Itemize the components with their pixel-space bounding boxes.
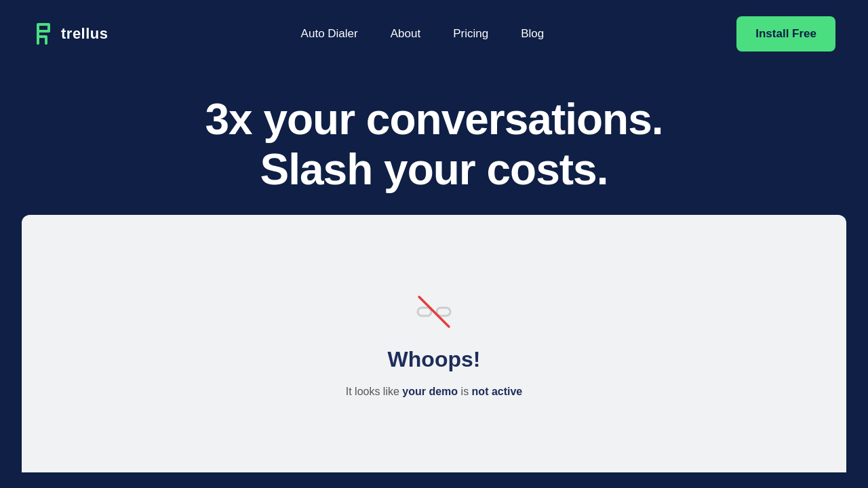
- error-desc-suffix: is: [458, 386, 471, 397]
- hero-headline: 3x your conversations. Slash your costs.: [33, 95, 835, 195]
- nav-item-auto-dialer[interactable]: Auto Dialer: [301, 27, 358, 41]
- blog-link[interactable]: Blog: [521, 27, 544, 40]
- logo-text: trellus: [61, 25, 108, 43]
- nav-item-blog[interactable]: Blog: [521, 27, 544, 41]
- svg-rect-0: [418, 308, 431, 316]
- error-desc-bold: not active: [472, 386, 523, 397]
- install-free-button[interactable]: Install Free: [736, 16, 835, 52]
- hero-headline-line2: Slash your costs.: [260, 145, 608, 194]
- error-title: Whoops!: [388, 347, 481, 372]
- nav-item-about[interactable]: About: [391, 27, 420, 41]
- error-desc-highlight: your demo: [402, 386, 458, 397]
- navbar: trellus Auto Dialer About Pricing Blog I…: [0, 0, 868, 68]
- error-description: It looks like your demo is not active: [346, 386, 523, 398]
- hero-section: 3x your conversations. Slash your costs.: [0, 68, 868, 215]
- nav-item-pricing[interactable]: Pricing: [453, 27, 488, 41]
- trellus-logo-icon: [33, 22, 54, 46]
- error-desc-prefix: It looks like: [346, 386, 403, 397]
- auto-dialer-link[interactable]: Auto Dialer: [301, 27, 358, 40]
- hero-headline-line1: 3x your conversations.: [205, 95, 663, 144]
- logo[interactable]: trellus: [33, 22, 108, 46]
- svg-rect-1: [437, 308, 450, 316]
- pricing-link[interactable]: Pricing: [453, 27, 488, 40]
- content-area: Whoops! It looks like your demo is not a…: [22, 215, 846, 472]
- about-link[interactable]: About: [391, 27, 420, 40]
- broken-link-icon: [412, 290, 456, 333]
- nav-links: Auto Dialer About Pricing Blog: [301, 27, 545, 41]
- svg-line-2: [419, 297, 449, 327]
